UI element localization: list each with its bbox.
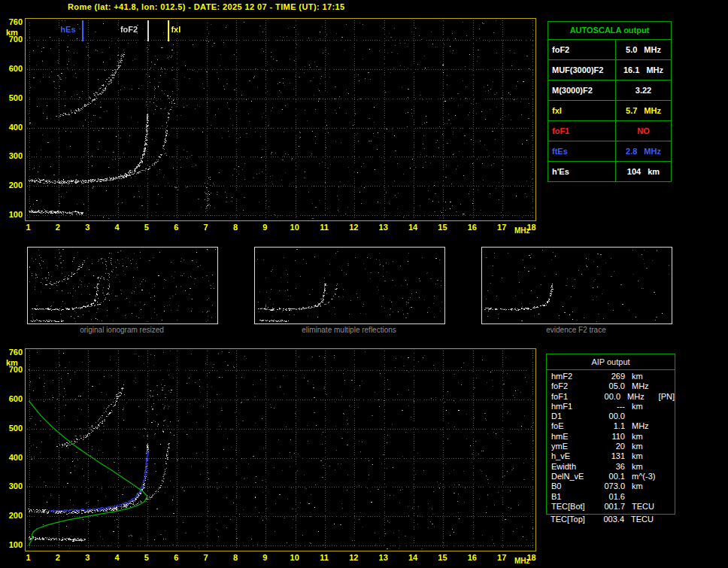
- parameter-name: M(3000)F2: [548, 80, 616, 100]
- main-ionogram-plot: [25, 18, 536, 221]
- parameter-value: 20: [598, 442, 625, 451]
- table-row: foF100.0MHz[PN]: [547, 392, 675, 402]
- x-axis-tick: 1: [23, 553, 35, 562]
- table-row: TEC[Bot]001.7TECU: [547, 502, 675, 512]
- parameter-value: 5.7MHz: [616, 106, 671, 115]
- panel-eliminate-canvas: [255, 248, 444, 323]
- x-axis-tick: 13: [378, 223, 390, 232]
- parameter-value: NO: [616, 126, 671, 135]
- parameter-value: 16.1MHz: [616, 65, 671, 74]
- x-axis-tick: 17: [496, 553, 508, 562]
- parameter-note: [662, 472, 675, 481]
- profile-ionogram-canvas: [26, 349, 535, 551]
- parameter-note: [662, 372, 675, 381]
- parameter-name: foF1: [548, 121, 616, 141]
- value-number: NO: [637, 126, 650, 135]
- table-row: foF205.0MHz: [547, 381, 675, 391]
- parameter-note: [662, 502, 675, 512]
- parameter-unit: km: [625, 442, 662, 451]
- table-row: MUF(3000)F216.1MHz: [548, 60, 671, 80]
- parameter-name: DelN_vE: [547, 472, 598, 481]
- parameter-value: 00.1: [598, 472, 625, 481]
- parameter-name: B1: [547, 492, 598, 502]
- parameter-note: [662, 381, 675, 391]
- x-axis-tick: 16: [466, 223, 478, 232]
- parameter-name: hmF2: [547, 372, 598, 381]
- parameter-unit: [625, 492, 662, 502]
- parameter-value: 3.22: [616, 86, 671, 95]
- x-axis-tick: 2: [52, 553, 64, 562]
- x-axis-tick: 18: [526, 553, 538, 562]
- parameter-value: 05.0: [598, 381, 625, 391]
- x-axis-tick: 1: [23, 223, 35, 232]
- panel-original-canvas: [28, 248, 217, 323]
- x-axis-tick: 12: [347, 223, 359, 232]
- x-axis-tick: 6: [170, 223, 182, 232]
- parameter-name: foE: [547, 421, 598, 431]
- parameter-unit: MHz: [620, 392, 656, 402]
- autoscala-table-rows: foF25.0MHzMUF(3000)F216.1MHzM(3000)F23.2…: [548, 40, 671, 181]
- parameter-name: h_vE: [547, 451, 598, 461]
- table-row: h_vE131km: [547, 451, 675, 461]
- parameter-name: ftEs: [548, 141, 616, 161]
- marker-label-fxI: fxI: [171, 25, 180, 34]
- value-unit: km: [648, 167, 660, 176]
- y-axis-tick: 300: [2, 151, 23, 160]
- parameter-name: MUF(3000)F2: [548, 60, 616, 80]
- x-axis-tick: 10: [289, 223, 301, 232]
- parameter-name: foF2: [548, 40, 616, 59]
- table-row: B0073.0km: [547, 481, 675, 491]
- parameter-unit: km: [625, 432, 662, 442]
- value-number: 16.1: [623, 65, 639, 74]
- x-axis-tick: 6: [170, 553, 182, 562]
- autoscala-output-table: AUTOSCALA output foF25.0MHzMUF(3000)F216…: [548, 21, 672, 182]
- parameter-note: [662, 462, 675, 472]
- parameter-unit: km: [625, 462, 662, 472]
- parameter-unit: TECU: [624, 515, 661, 524]
- table-row: TEC[Top]003.4TECU: [546, 515, 674, 524]
- x-axis-tick: 2: [52, 223, 64, 232]
- table-row: foE1.1MHz: [547, 421, 675, 431]
- parameter-unit: MHz: [625, 381, 662, 391]
- y-axis-tick: 200: [2, 181, 23, 190]
- parameter-note: [661, 515, 674, 524]
- parameter-value: 00.0: [598, 412, 625, 421]
- x-axis-tick: 7: [200, 223, 212, 232]
- table-row: D100.0: [547, 412, 675, 421]
- parameter-note: [662, 421, 675, 431]
- autoscala-table-title: AUTOSCALA output: [548, 22, 671, 40]
- parameter-name: hmF1: [547, 402, 598, 412]
- parameter-note: [662, 492, 675, 502]
- panel-evidence-f2-trace: [481, 247, 672, 324]
- x-axis-tick: 5: [141, 553, 153, 562]
- aip-table-rows: hmF2269kmfoF205.0MHzfoF100.0MHz[PN]hmF1-…: [547, 370, 675, 514]
- x-axis-tick: 12: [347, 553, 359, 562]
- x-axis-tick: 7: [200, 553, 212, 562]
- x-axis-tick: 14: [407, 223, 419, 232]
- parameter-unit: m^(-3): [625, 472, 662, 481]
- y-axis-tick: 760: [2, 17, 23, 26]
- x-axis-tick: 16: [466, 553, 478, 562]
- x-axis-tick: 5: [141, 223, 153, 232]
- main-ionogram-canvas: [26, 19, 535, 220]
- x-axis-tick: 8: [229, 553, 241, 562]
- parameter-name: hmE: [547, 432, 598, 442]
- parameter-value: 2.8MHz: [616, 147, 671, 156]
- parameter-value: 01.6: [598, 492, 625, 502]
- x-axis-tick: 11: [318, 553, 330, 562]
- aip-tec-top-row: TEC[Top]003.4TECU: [546, 515, 674, 524]
- panel-eliminate-reflections: [254, 247, 445, 324]
- x-axis-tick: 3: [81, 553, 93, 562]
- panel-original-ionogram: [27, 247, 218, 324]
- value-number: 5.0: [626, 45, 637, 54]
- value-number: 3.22: [635, 86, 651, 95]
- y-axis-tick: 700: [2, 365, 23, 374]
- x-axis-tick: 9: [259, 223, 271, 232]
- x-axis-tick: 13: [378, 553, 390, 562]
- profile-ionogram-plot: [25, 348, 536, 551]
- parameter-unit: TECU: [625, 502, 662, 512]
- parameter-note: [662, 412, 675, 421]
- marker-label-hEs: hEs: [60, 25, 75, 34]
- y-axis-tick: 200: [2, 511, 23, 520]
- parameter-name: h'Es: [548, 162, 616, 181]
